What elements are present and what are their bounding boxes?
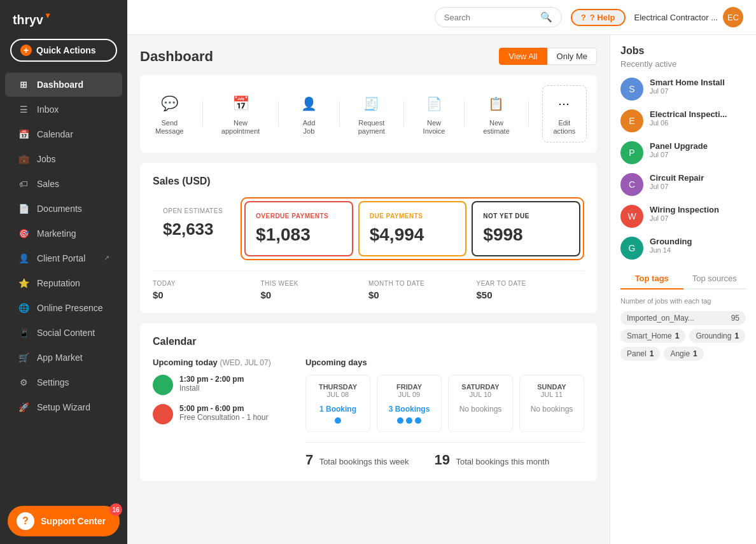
sidebar-item-label: Documents (37, 204, 82, 214)
tag-smart-home-label: Smart_Home (627, 331, 672, 340)
apt-details-1: 1:30 pm - 2:00 pm Install (179, 375, 244, 393)
svg-marker-1 (46, 14, 50, 18)
job-item[interactable]: E Electrical Inspecti... Jul 06 (620, 109, 746, 132)
tag-angie-count: 1 (693, 349, 697, 358)
upcoming-today-label: Upcoming today (WED, JUL 07) (153, 358, 293, 367)
action-send-message[interactable]: 💬 SendMessage (150, 90, 189, 138)
help-button[interactable]: ? ? Help (571, 9, 626, 26)
action-new-estimate[interactable]: 📋 Newestimate (478, 90, 515, 138)
plus-icon: + (20, 45, 32, 56)
view-all-button[interactable]: View All (499, 48, 547, 65)
job-item[interactable]: C Circuit Repair Jul 07 (620, 173, 746, 196)
job-item[interactable]: P Panel Upgrade Jul 07 (620, 141, 746, 164)
tag-angie[interactable]: Angie 1 (664, 347, 703, 361)
sidebar-item-label: Jobs (37, 154, 56, 164)
summary-today: TODAY $0 (153, 280, 261, 300)
total-week-num: 7 (305, 452, 313, 468)
tags-row-3: Panel 1 Angie 1 (620, 347, 746, 361)
tag-grounding[interactable]: Grounding 1 (689, 329, 745, 343)
days-grid: THURSDAY JUL 08 1 Booking FRIDAY JUL 09 (305, 375, 584, 432)
setup-wizard-icon: 🚀 (18, 401, 29, 413)
job-date-4: Jul 07 (650, 183, 704, 190)
sidebar-item-inbox[interactable]: ☰ Inbox (5, 97, 122, 122)
due-label: DUE PAYMENTS (370, 213, 456, 220)
sidebar-item-client-portal[interactable]: 👤 Client Portal ↗ (5, 246, 122, 270)
overdue-payments-card: OVERDUE PAYMENTS $1,083 (244, 201, 353, 256)
support-center-button[interactable]: 16 ? Support Center (8, 506, 120, 536)
job-avatar-3: P (620, 141, 643, 164)
tag-panel[interactable]: Panel 1 (620, 347, 660, 361)
action-new-appointment[interactable]: 📅 Newappointment (216, 90, 265, 138)
tag-smart-home[interactable]: Smart_Home 1 (620, 329, 685, 343)
job-item[interactable]: W Wiring Inspection Jul 07 (620, 205, 746, 228)
notdue-value: $998 (483, 225, 569, 245)
right-sidebar: Jobs Recently active S Smart Home Instal… (610, 35, 756, 544)
sidebar-item-sales[interactable]: 🏷 Sales (5, 172, 122, 196)
tag-panel-count: 1 (650, 349, 654, 358)
tag-panel-label: Panel (627, 349, 647, 358)
sidebar-item-label: Reputation (37, 278, 80, 288)
day-name-sat: SATURDAY (455, 383, 506, 391)
search-bar[interactable]: 🔍 (435, 7, 562, 27)
summary-month: MONTH TO DATE $0 (368, 280, 477, 300)
sidebar-item-app-market[interactable]: 🛒 App Market (5, 345, 122, 370)
user-name: Electrical Contractor ... (634, 13, 718, 22)
day-booking-thu[interactable]: 1 Booking (312, 405, 363, 414)
tab-top-tags[interactable]: Top tags (620, 269, 683, 289)
day-name-thu: THURSDAY (312, 383, 363, 391)
job-item[interactable]: G Grounding Jun 14 (620, 237, 746, 260)
send-message-label: SendMessage (155, 119, 184, 136)
job-name-6: Grounding (650, 237, 692, 246)
sidebar-item-label: Calendar (37, 129, 73, 139)
tag-imported[interactable]: Imported_on_May... 95 (620, 311, 746, 325)
apt-name-2: Free Consultation - 1 hour (179, 413, 268, 422)
action-new-invoice[interactable]: 📄 NewInvoice (417, 90, 451, 138)
main-content: Dashboard View All Only Me 💬 SendMessage… (127, 35, 610, 544)
sidebar-item-calendar[interactable]: 📅 Calendar (5, 122, 122, 146)
total-week: 7 Total bookings this week (305, 452, 409, 468)
settings-icon: ⚙ (18, 377, 29, 388)
tab-top-sources[interactable]: Top sources (683, 269, 746, 288)
jobs-icon: 💼 (18, 153, 29, 165)
calendar-section: Calendar Upcoming today (WED, JUL 07) 1:… (140, 323, 597, 481)
summary-year: YEAR TO DATE $50 (477, 280, 585, 300)
tag-imported-label: Imported_on_May... (627, 314, 694, 323)
social-content-icon: 📱 (18, 327, 29, 338)
sidebar-item-settings[interactable]: ⚙ Settings (5, 370, 122, 394)
job-name-3: Panel Upgrade (650, 141, 708, 151)
day-thursday: THURSDAY JUL 08 1 Booking (305, 375, 370, 432)
dashboard-icon: ⊞ (18, 79, 29, 90)
job-item[interactable]: S Smart Home Install Jul 07 (620, 78, 746, 101)
sidebar-item-reputation[interactable]: ⭐ Reputation (5, 271, 122, 295)
sidebar-item-label: App Market (37, 352, 83, 363)
action-add-job[interactable]: 👤 AddJob (293, 90, 326, 138)
open-estimates-value: $2,633 (163, 220, 223, 239)
user-info[interactable]: Electrical Contractor ... EC (634, 7, 744, 27)
day-booking-sun: No bookings (526, 405, 577, 414)
dot (415, 417, 421, 424)
only-me-button[interactable]: Only Me (547, 48, 597, 65)
sidebar-item-social-content[interactable]: 📱 Social Content (5, 321, 122, 345)
sales-icon: 🏷 (18, 178, 29, 190)
action-request-payment[interactable]: 🧾 Requestpayment (353, 90, 390, 138)
quick-actions-button[interactable]: + Quick Actions (10, 39, 117, 62)
dashboard-header: Dashboard View All Only Me (140, 48, 597, 65)
sidebar-item-jobs[interactable]: 💼 Jobs (5, 147, 122, 171)
job-avatar-4: C (620, 173, 643, 196)
job-avatar-2: E (620, 109, 643, 132)
sidebar-item-documents[interactable]: 📄 Documents (5, 197, 122, 221)
jobs-title: Jobs (620, 45, 746, 57)
sidebar-item-setup-wizard[interactable]: 🚀 Setup Wizard (5, 395, 122, 419)
day-booking-fri[interactable]: 3 Bookings (384, 405, 435, 414)
due-value: $4,994 (370, 225, 456, 245)
sidebar-item-dashboard[interactable]: ⊞ Dashboard (5, 73, 122, 97)
day-date-thu: JUL 08 (312, 391, 363, 398)
divider (278, 101, 279, 127)
action-edit-actions[interactable]: ⋯ Editactions (542, 85, 587, 143)
sidebar-item-online-presence[interactable]: 🌐 Online Presence (5, 296, 122, 320)
sidebar-item-marketing[interactable]: 🎯 Marketing (5, 221, 122, 246)
new-invoice-label: NewInvoice (423, 119, 445, 136)
calendar-content: Upcoming today (WED, JUL 07) 1:30 pm - 2… (153, 358, 584, 468)
sidebar-item-label: Client Portal (37, 253, 85, 263)
search-input[interactable] (444, 13, 535, 22)
